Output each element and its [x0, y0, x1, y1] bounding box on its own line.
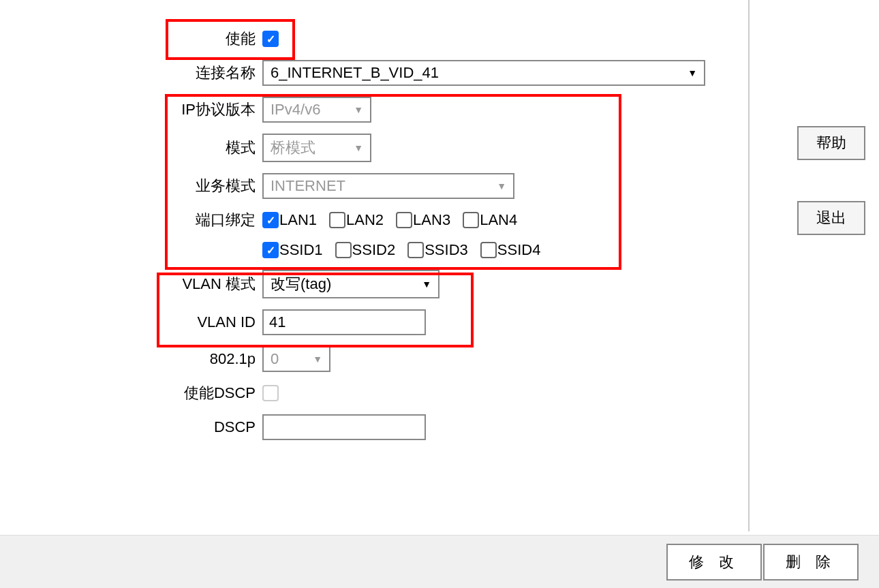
chevron-down-icon: ▼ — [497, 181, 506, 191]
ssid1-label: SSID1 — [279, 241, 323, 259]
modify-button[interactable]: 修 改 — [666, 544, 762, 581]
connection-name-select[interactable]: 6_INTERNET_B_VID_41 ▼ — [262, 60, 705, 86]
ssid4-label: SSID4 — [497, 241, 541, 259]
enable-dscp-label: 使能DSCP — [0, 383, 262, 403]
ssid1-checkbox[interactable] — [262, 242, 279, 258]
vlan-mode-value: 改写(tag) — [271, 274, 331, 294]
vlan-id-label: VLAN ID — [0, 313, 262, 331]
ssid3-label: SSID3 — [425, 241, 468, 259]
enable-label: 使能 — [0, 29, 262, 49]
mode-label: 模式 — [0, 138, 262, 158]
vlan-id-input[interactable] — [262, 309, 426, 335]
ip-protocol-value: IPv4/v6 — [271, 101, 320, 119]
dscp-label: DSCP — [0, 418, 262, 436]
delete-button[interactable]: 删 除 — [763, 544, 859, 581]
ssid4-checkbox[interactable] — [480, 242, 497, 258]
dot1p-select[interactable]: 0 ▼ — [262, 346, 330, 372]
ssid2-checkbox[interactable] — [335, 242, 352, 258]
lan2-label: LAN2 — [346, 211, 384, 229]
lan1-checkbox[interactable] — [262, 212, 279, 228]
lan4-checkbox[interactable] — [463, 212, 479, 228]
enable-checkbox[interactable] — [262, 31, 279, 47]
service-mode-label: 业务模式 — [0, 176, 262, 196]
lan3-checkbox[interactable] — [396, 212, 412, 228]
dot1p-value: 0 — [271, 350, 279, 368]
port-binding-label: 端口绑定 — [0, 210, 262, 230]
chevron-down-icon: ▼ — [688, 67, 697, 78]
mode-select[interactable]: 桥模式 ▼ — [262, 134, 371, 162]
connection-name-value: 6_INTERNET_B_VID_41 — [271, 64, 439, 82]
chevron-down-icon: ▼ — [354, 104, 363, 115]
lan3-label: LAN3 — [413, 211, 450, 229]
chevron-down-icon: ▼ — [354, 142, 363, 153]
ip-protocol-label: IP协议版本 — [0, 99, 262, 120]
chevron-down-icon: ▼ — [313, 354, 322, 365]
dscp-input[interactable] — [262, 414, 426, 440]
ssid3-checkbox[interactable] — [407, 242, 424, 258]
footer-bar: 修 改 删 除 — [0, 535, 879, 588]
lan4-label: LAN4 — [480, 211, 517, 229]
help-button[interactable]: 帮助 — [797, 126, 865, 160]
lan1-label: LAN1 — [279, 211, 317, 229]
dot1p-label: 802.1p — [0, 350, 262, 368]
enable-dscp-checkbox[interactable] — [262, 385, 279, 401]
exit-button[interactable]: 退出 — [797, 201, 865, 235]
chevron-down-icon: ▼ — [422, 279, 431, 290]
vlan-mode-select[interactable]: 改写(tag) ▼ — [262, 270, 440, 298]
vlan-mode-label: VLAN 模式 — [0, 274, 262, 294]
ssid2-label: SSID2 — [352, 241, 396, 259]
connection-name-label: 连接名称 — [0, 63, 262, 83]
service-mode-value: INTERNET — [271, 177, 345, 195]
service-mode-select[interactable]: INTERNET ▼ — [262, 173, 514, 199]
lan2-checkbox[interactable] — [329, 212, 345, 228]
mode-value: 桥模式 — [271, 138, 315, 158]
ip-protocol-select[interactable]: IPv4/v6 ▼ — [262, 97, 371, 123]
